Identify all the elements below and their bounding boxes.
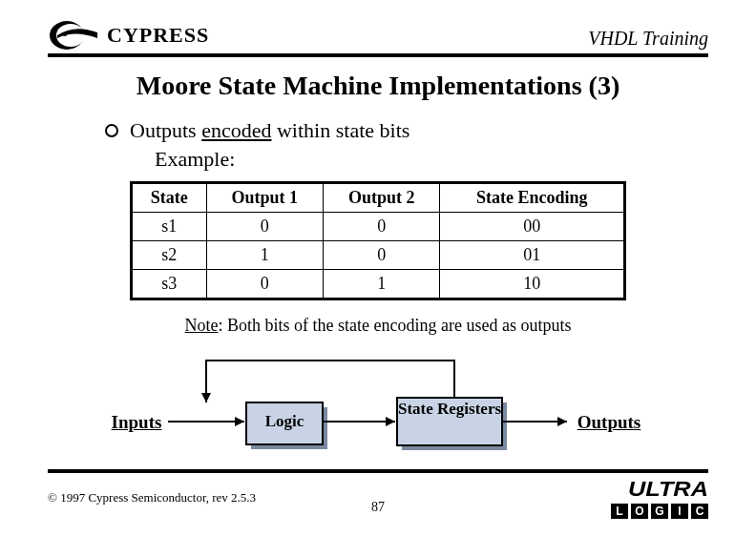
bullet-item: Outputs encoded within state bits [105,118,708,143]
header-bar: CYPRESS VHDL Training [48,19,708,57]
cell: 0 [206,213,323,241]
ultra-logic-logo: ULTRA L O G I C [611,477,708,519]
cell: s2 [132,241,207,270]
th-output2: Output 2 [323,183,439,213]
cell: 10 [440,270,625,299]
circle-bullet-icon [105,124,118,137]
logic-box: L [611,504,628,519]
table-header-row: State Output 1 Output 2 State Encoding [132,183,625,213]
cell: 1 [323,270,439,299]
footer: © 1997 Cypress Semiconductor, rev 2.5.3 … [48,469,708,519]
note-text: Note: Both bits of the state encoding ar… [48,316,708,336]
svg-point-2 [63,32,67,36]
bullet-text: Outputs encoded within state bits [130,118,410,143]
cell: s3 [132,270,207,299]
cell: 01 [440,241,625,270]
svg-marker-9 [386,417,395,426]
table-row: s3 0 1 10 [132,270,625,299]
footer-rule [48,469,708,473]
cell: s1 [132,213,207,241]
logic-box: O [631,504,648,519]
cell: 1 [206,241,323,270]
note-body: : Both bits of the state encoding are us… [219,316,572,335]
cypress-logo-icon [48,19,101,52]
cell: 0 [323,241,439,270]
ultra-text: ULTRA [628,477,708,502]
logic-box: C [691,504,708,519]
outputs-label: Outputs [571,412,647,433]
state-table-wrap: State Output 1 Output 2 State Encoding s… [130,181,626,300]
svg-marker-5 [235,417,244,426]
block-diagram: Inputs Logic State Registers Outputs [111,355,645,460]
slide-title: Moore State Machine Implementations (3) [48,71,708,101]
cell: 0 [206,270,323,299]
svg-marker-14 [557,417,567,426]
bullet-post: within state bits [271,118,410,142]
logic-label: Logic [246,412,323,431]
state-registers-label: State Registers [397,401,502,419]
table-row: s2 1 0 01 [132,241,625,270]
th-output1: Output 1 [206,183,323,213]
svg-marker-3 [201,393,211,402]
brand-name: CYPRESS [107,23,209,48]
course-title: VHDL Training [588,28,708,52]
example-label: Example: [155,147,708,172]
page-number: 87 [371,500,385,515]
state-table: State Output 1 Output 2 State Encoding s… [130,181,626,300]
cell: 00 [440,213,625,241]
logic-box: I [671,504,688,519]
brand-logo: CYPRESS [48,19,209,52]
inputs-label: Inputs [103,412,170,433]
cell: 0 [323,213,439,241]
th-encoding: State Encoding [440,183,625,213]
logic-boxes: L O G I C [611,504,708,519]
note-label: Note [185,316,219,335]
logic-box: G [651,504,668,519]
copyright-text: © 1997 Cypress Semiconductor, rev 2.5.3 [48,490,256,505]
table-row: s1 0 0 00 [132,213,625,241]
bullet-pre: Outputs [130,118,201,142]
bullet-encoded: encoded [201,118,271,142]
th-state: State [132,183,207,213]
